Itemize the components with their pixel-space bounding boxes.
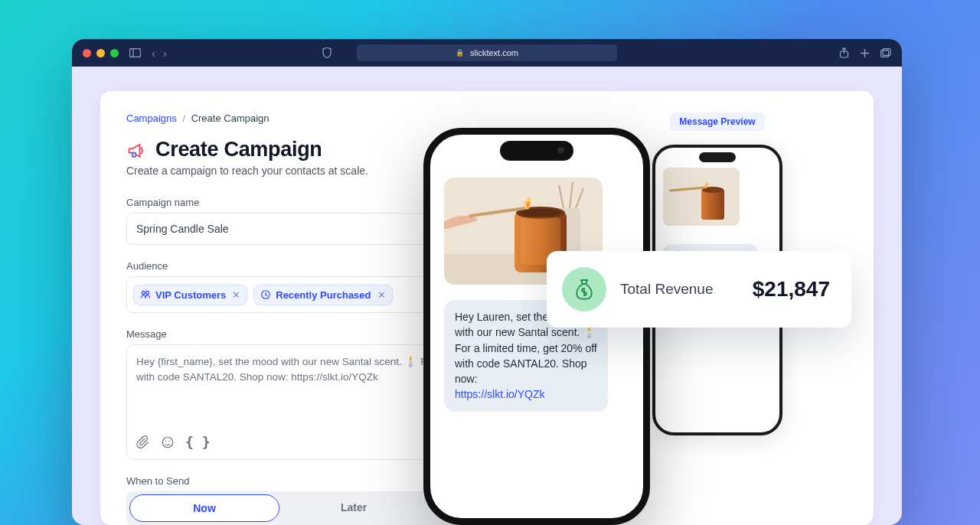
chip-label: VIP Customers bbox=[155, 289, 226, 301]
svg-rect-3 bbox=[881, 51, 889, 57]
nav-arrows: ‹ › bbox=[152, 47, 167, 60]
message-preview-badge: Message Preview bbox=[670, 112, 764, 131]
url-text: slicktext.com bbox=[470, 48, 518, 57]
svg-point-7 bbox=[146, 291, 149, 294]
attachment-icon[interactable] bbox=[136, 434, 150, 450]
browser-toolbar: ‹ › 🔒 slicktext.com bbox=[72, 39, 902, 67]
audience-chip-vip[interactable]: VIP Customers ✕ bbox=[133, 285, 247, 305]
address-bar[interactable]: 🔒 slicktext.com bbox=[357, 44, 617, 61]
clock-icon bbox=[260, 289, 271, 300]
variable-icon[interactable]: { } bbox=[185, 434, 211, 450]
svg-point-10 bbox=[165, 440, 167, 442]
revenue-value: $21,847 bbox=[753, 277, 830, 302]
breadcrumb-current: Create Campaign bbox=[191, 112, 270, 124]
share-icon[interactable] bbox=[839, 47, 849, 58]
people-icon bbox=[140, 289, 151, 300]
tab-later[interactable]: Later bbox=[279, 494, 428, 522]
close-window-button[interactable] bbox=[83, 49, 91, 57]
revenue-label: Total Revenue bbox=[620, 281, 739, 298]
chip-remove-icon[interactable]: ✕ bbox=[230, 289, 240, 301]
tabs-overview-icon[interactable] bbox=[880, 48, 891, 57]
maximize-window-button[interactable] bbox=[110, 49, 119, 57]
audience-chip-recent[interactable]: Recently Purchased ✕ bbox=[253, 285, 392, 305]
breadcrumb-root[interactable]: Campaigns bbox=[126, 112, 177, 124]
tab-now[interactable]: Now bbox=[129, 494, 279, 522]
phone-notch bbox=[699, 152, 736, 162]
phone-notch bbox=[500, 141, 573, 161]
lock-icon: 🔒 bbox=[456, 49, 464, 57]
hero-message-link[interactable]: https://slkt.io/YQZk bbox=[455, 388, 544, 400]
svg-rect-14 bbox=[701, 189, 724, 220]
svg-point-9 bbox=[162, 437, 173, 448]
svg-point-21 bbox=[521, 209, 560, 217]
chip-remove-icon[interactable]: ✕ bbox=[376, 289, 386, 301]
money-bag-icon bbox=[562, 267, 606, 311]
back-button[interactable]: ‹ bbox=[152, 47, 155, 60]
forward-button[interactable]: › bbox=[163, 47, 167, 60]
shield-icon[interactable] bbox=[322, 47, 332, 58]
svg-rect-5 bbox=[132, 152, 136, 156]
minimize-window-button[interactable] bbox=[96, 49, 105, 57]
preview-mms-image bbox=[663, 168, 740, 226]
new-tab-icon[interactable] bbox=[860, 48, 870, 58]
sidebar-toggle-icon[interactable] bbox=[129, 48, 141, 57]
emoji-icon[interactable] bbox=[161, 434, 175, 450]
svg-point-11 bbox=[168, 440, 170, 442]
total-revenue-card: Total Revenue $21,847 bbox=[547, 251, 851, 328]
traffic-lights bbox=[83, 49, 119, 57]
page-title: Create Campaign bbox=[155, 138, 322, 161]
svg-rect-0 bbox=[130, 49, 141, 57]
svg-point-6 bbox=[142, 291, 145, 294]
chip-label: Recently Purchased bbox=[276, 289, 371, 301]
breadcrumb: Campaigns / Create Campaign bbox=[126, 112, 580, 124]
svg-rect-4 bbox=[883, 49, 890, 56]
megaphone-icon bbox=[126, 139, 148, 161]
